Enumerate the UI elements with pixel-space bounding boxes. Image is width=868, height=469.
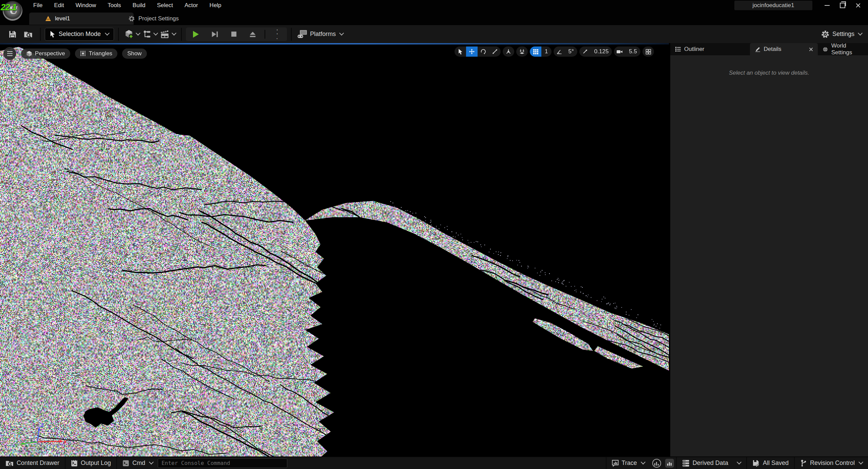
angle-snap-button[interactable]	[554, 46, 565, 57]
perspective-dropdown[interactable]: Perspective	[21, 49, 70, 59]
right-dock-panel: Outliner Details World Settings Select a…	[670, 43, 868, 456]
tab-details[interactable]: Details	[750, 43, 818, 55]
play-options-kebab[interactable]: ⁚.	[269, 28, 285, 41]
level-viewport[interactable]: Perspective Triangles Show	[0, 43, 669, 456]
grid-icon	[533, 49, 539, 55]
trace-dropdown[interactable]: Trace	[606, 457, 650, 469]
restore-button[interactable]	[835, 0, 850, 11]
platforms-dropdown[interactable]: Platforms	[296, 28, 345, 41]
world-settings-globe-icon	[823, 46, 828, 53]
close-details-tab-icon[interactable]	[809, 47, 813, 52]
show-label: Show	[127, 50, 142, 57]
viewport-canvas[interactable]	[0, 44, 669, 456]
menu-file[interactable]: File	[28, 1, 47, 10]
fps-overlay: 22.1	[1, 2, 17, 13]
window-controls	[819, 0, 866, 11]
move-tool-button[interactable]	[466, 46, 478, 57]
perspective-label: Perspective	[35, 50, 65, 57]
world-axis-icon	[505, 49, 512, 55]
tab-details-label: Details	[764, 46, 782, 53]
eject-button[interactable]	[245, 28, 261, 41]
scale-snap-value[interactable]: 0.125	[591, 48, 612, 55]
menu-select[interactable]: Select	[152, 1, 178, 10]
view-mode-label: Triangles	[89, 50, 112, 57]
save-status-button[interactable]: All Saved	[747, 457, 794, 469]
skip-frame-button[interactable]	[207, 28, 223, 41]
insights-snapshot-icon[interactable]	[665, 459, 674, 468]
content-browser-button[interactable]	[20, 28, 36, 41]
camera-speed-value[interactable]: 5.5	[625, 48, 640, 55]
surface-snapping-button[interactable]	[516, 46, 528, 57]
viewport-focus-border	[0, 43, 669, 44]
perspective-cube-icon	[26, 51, 32, 57]
tab-outliner[interactable]: Outliner	[670, 43, 709, 55]
toolbar-separator	[118, 28, 119, 41]
menu-window[interactable]: Window	[71, 1, 101, 10]
scale-snap-button[interactable]	[579, 46, 591, 57]
project-settings-gear-icon	[128, 15, 135, 22]
trace-label: Trace	[622, 459, 637, 467]
menu-edit[interactable]: Edit	[49, 1, 69, 10]
camera-speed-group: 5.5	[614, 46, 640, 57]
rotate-tool-button[interactable]	[478, 46, 489, 57]
move-icon	[469, 49, 475, 55]
show-dropdown[interactable]: Show	[122, 49, 147, 59]
blueprints-dropdown[interactable]	[141, 28, 159, 41]
tab-world-settings-label: World Settings	[831, 42, 863, 56]
angle-snap-value[interactable]: 5°	[565, 48, 577, 55]
viewport-toolbar-left: Perspective Triangles Show	[3, 47, 147, 60]
insights-buttons	[650, 457, 676, 469]
restore-icon	[840, 3, 845, 8]
play-button[interactable]	[188, 28, 204, 41]
details-panel-content: Select an object to view details.	[670, 55, 868, 456]
settings-dropdown[interactable]: Settings	[821, 30, 868, 39]
derived-data-dropdown[interactable]: Derived Data	[677, 457, 746, 469]
toolbar-separator	[40, 28, 41, 41]
revision-control-dropdown[interactable]: Revision Control	[795, 457, 868, 469]
camera-speed-button[interactable]	[614, 46, 625, 57]
view-mode-dropdown[interactable]: Triangles	[75, 49, 117, 59]
output-log-icon	[71, 459, 78, 467]
close-button[interactable]	[850, 0, 866, 11]
add-actor-dropdown[interactable]	[123, 28, 141, 41]
output-log-button[interactable]: Output Log	[65, 457, 116, 469]
content-drawer-button[interactable]: Content Drawer	[0, 457, 65, 469]
insights-session-icon[interactable]	[652, 459, 661, 468]
grid-snap-button[interactable]	[530, 46, 541, 57]
stop-button[interactable]	[226, 28, 242, 41]
select-tool-button[interactable]	[455, 46, 466, 57]
blueprint-icon	[142, 30, 151, 39]
content-browser-icon	[24, 30, 33, 38]
maximize-viewport-button[interactable]	[642, 46, 654, 57]
selection-mode-dropdown[interactable]: Selection Mode	[45, 28, 114, 41]
save-status-label: All Saved	[763, 459, 789, 467]
platforms-icon	[297, 30, 307, 39]
revision-control-label: Revision Control	[810, 459, 855, 467]
step-forward-icon	[211, 31, 218, 38]
all-saved-icon	[752, 459, 760, 467]
tab-level1-label: level1	[55, 15, 70, 22]
cinematics-dropdown[interactable]	[159, 28, 177, 41]
chevron-down-icon	[149, 459, 154, 464]
cmd-dropdown[interactable]: Cmd	[117, 457, 156, 469]
angle-snap-group: 5°	[554, 46, 577, 57]
tab-project-settings[interactable]: Project Settings	[123, 13, 184, 25]
surface-snap-icon	[519, 49, 525, 55]
world-coordinate-button[interactable]	[503, 46, 514, 57]
main-toolbar: Selection Mode ⁚. Platforms Settings	[0, 25, 868, 43]
menu-build[interactable]: Build	[128, 1, 150, 10]
chevron-down-icon	[737, 459, 741, 464]
chevron-down-icon	[339, 31, 344, 35]
menu-help[interactable]: Help	[205, 1, 226, 10]
menu-actor[interactable]: Actor	[180, 1, 203, 10]
save-button[interactable]	[5, 28, 20, 41]
console-command-input[interactable]	[158, 458, 287, 468]
viewport-options-menu[interactable]	[3, 47, 16, 60]
grid-snap-value[interactable]: 1	[541, 48, 551, 55]
scale-tool-button[interactable]	[489, 46, 501, 57]
minimize-button[interactable]	[819, 0, 835, 11]
tab-level1[interactable]: level1	[29, 13, 134, 25]
minimize-icon	[825, 5, 830, 6]
tab-world-settings[interactable]: World Settings	[818, 43, 868, 55]
menu-tools[interactable]: Tools	[103, 1, 126, 10]
